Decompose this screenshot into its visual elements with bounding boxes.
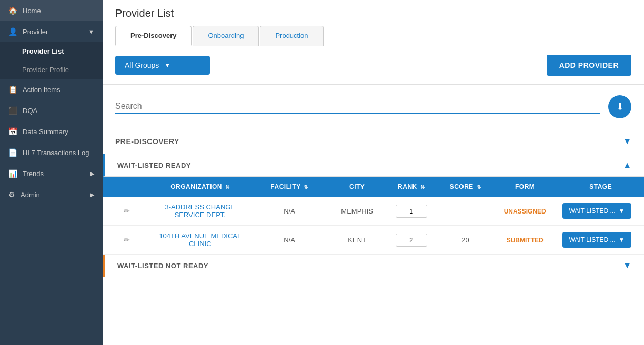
stage-caret-icon: ▼	[619, 207, 625, 215]
sidebar-item-label: Home	[23, 7, 41, 15]
wait-listed-ready-chevron-icon: ▲	[623, 160, 631, 170]
sidebar-item-label: Action Items	[23, 86, 61, 94]
table-header-row: ORGANIZATION ⇅ FACILITY ⇅ CITY RANK ⇅	[103, 177, 644, 197]
facility-cell: N/A	[249, 197, 330, 226]
sidebar-item-home[interactable]: 🏠 Home	[0, 0, 103, 21]
clipboard-icon: 📋	[8, 85, 17, 94]
pencil-icon[interactable]: ✏	[124, 236, 130, 244]
form-cell: UNASSIGNED	[492, 197, 557, 226]
form-status: UNASSIGNED	[504, 208, 546, 215]
calendar-icon: 📅	[8, 127, 17, 136]
sort-score-icon: ⇅	[477, 184, 481, 190]
wait-listed-not-ready-title: WAIT-LISTED NOT READY	[117, 262, 208, 270]
stage-label: WAIT-LISTED ...	[569, 236, 615, 243]
th-city: CITY	[330, 177, 384, 197]
add-provider-button[interactable]: ADD PROVIDER	[547, 55, 631, 76]
sidebar-item-trends[interactable]: 📊 Trends ▶	[0, 163, 103, 184]
sidebar-item-label: Provider	[23, 28, 48, 36]
rank-cell	[384, 197, 438, 226]
stage-cell: WAIT-LISTED ... ▼	[557, 197, 644, 226]
rank-input[interactable]	[396, 205, 427, 218]
chevron-right-icon-admin: ▶	[90, 191, 94, 198]
sidebar-item-hl7[interactable]: 📄 HL7 Transactions Log	[0, 142, 103, 163]
sidebar-item-provider-list[interactable]: Provider List	[0, 42, 103, 60]
tab-pre-discovery[interactable]: Pre-Discovery	[115, 26, 192, 46]
download-button[interactable]: ⬇	[608, 95, 631, 118]
gear-icon: ⚙	[8, 190, 15, 199]
providers-table: ORGANIZATION ⇅ FACILITY ⇅ CITY RANK ⇅	[103, 177, 644, 255]
sidebar: 🏠 Home 👤 Provider ▼ Provider List Provid…	[0, 0, 103, 345]
sidebar-item-label: Trends	[23, 170, 44, 178]
main-content: Provider List Pre-Discovery Onboarding P…	[103, 0, 644, 345]
score-cell: 20	[438, 226, 492, 255]
th-rank[interactable]: RANK ⇅	[384, 177, 438, 197]
score-cell	[438, 197, 492, 226]
sidebar-provider-submenu: Provider List Provider Profile	[0, 42, 103, 79]
groups-dropdown[interactable]: All Groups ▼	[115, 56, 210, 75]
sort-org-icon: ⇅	[225, 184, 230, 190]
th-facility[interactable]: FACILITY ⇅	[249, 177, 330, 197]
stage-cell: WAIT-LISTED ... ▼	[557, 226, 644, 255]
th-stage: STAGE	[557, 177, 644, 197]
sort-facility-icon: ⇅	[304, 184, 308, 190]
page-title-bar: Provider List Pre-Discovery Onboarding P…	[103, 0, 644, 46]
stage-label: WAIT-LISTED ...	[569, 207, 615, 215]
city-cell: KENT	[330, 226, 384, 255]
th-icon	[103, 177, 152, 197]
sidebar-item-dqa[interactable]: ⬛ DQA	[0, 100, 103, 121]
sidebar-item-label: Admin	[21, 191, 40, 199]
content-area: All Groups ▼ ADD PROVIDER ⬇ PRE-DISCOVER…	[103, 46, 644, 345]
grid-icon: ⬛	[8, 106, 17, 115]
chevron-right-icon: ▶	[90, 170, 94, 177]
table-row: ✏ 104TH AVENUE MEDICAL CLINIC N/A KENT 2…	[103, 226, 644, 255]
chevron-down-icon: ▼	[88, 28, 94, 35]
table-row: ✏ 3-ADDRESS CHANGE SERVICE DEPT. N/A MEM…	[103, 197, 644, 226]
organization-cell[interactable]: 104TH AVENUE MEDICAL CLINIC	[152, 226, 249, 255]
stage-button[interactable]: WAIT-LISTED ... ▼	[562, 232, 631, 248]
sidebar-item-provider[interactable]: 👤 Provider ▼	[0, 21, 103, 42]
tab-production[interactable]: Production	[260, 26, 323, 46]
tab-onboarding[interactable]: Onboarding	[193, 26, 259, 46]
th-organization[interactable]: ORGANIZATION ⇅	[152, 177, 249, 197]
stage-caret-icon: ▼	[619, 236, 625, 243]
sidebar-item-label: DQA	[23, 107, 37, 115]
sort-rank-icon: ⇅	[420, 184, 425, 190]
edit-icon-cell: ✏	[103, 226, 152, 255]
wait-listed-not-ready-header[interactable]: WAIT-LISTED NOT READY ▼	[103, 255, 644, 277]
sidebar-item-data-summary[interactable]: 📅 Data Summary	[0, 121, 103, 142]
city-cell: MEMPHIS	[330, 197, 384, 226]
sidebar-item-action-items[interactable]: 📋 Action Items	[0, 79, 103, 100]
organization-cell[interactable]: 3-ADDRESS CHANGE SERVICE DEPT.	[152, 197, 249, 226]
download-icon: ⬇	[616, 101, 624, 113]
sidebar-item-admin[interactable]: ⚙ Admin ▶	[0, 184, 103, 205]
edit-icon-cell: ✏	[103, 197, 152, 226]
user-icon: 👤	[8, 27, 17, 36]
facility-cell: N/A	[249, 226, 330, 255]
page-title: Provider List	[115, 7, 631, 19]
home-icon: 🏠	[8, 6, 17, 15]
wait-listed-not-ready-chevron-icon: ▼	[623, 261, 631, 270]
sidebar-item-provider-profile[interactable]: Provider Profile	[0, 60, 103, 79]
pre-discovery-title: PRE-DISCOVERY	[115, 137, 179, 146]
sidebar-item-label: Data Summary	[23, 128, 68, 136]
rank-cell	[384, 226, 438, 255]
pre-discovery-section-header[interactable]: PRE-DISCOVERY ▼	[103, 129, 644, 154]
toolbar: All Groups ▼ ADD PROVIDER	[103, 46, 644, 85]
doc-icon: 📄	[8, 148, 17, 157]
rank-input[interactable]	[396, 234, 427, 247]
search-row: ⬇	[103, 85, 644, 129]
th-score[interactable]: SCORE ⇅	[438, 177, 492, 197]
pencil-icon[interactable]: ✏	[124, 207, 130, 215]
form-cell: SUBMITTED	[492, 226, 557, 255]
caret-icon: ▼	[164, 62, 170, 69]
wait-listed-ready-header[interactable]: WAIT-LISTED READY ▲	[103, 154, 644, 177]
search-input[interactable]	[115, 99, 600, 114]
pre-discovery-chevron-icon: ▼	[623, 137, 631, 146]
providers-table-container: ORGANIZATION ⇅ FACILITY ⇅ CITY RANK ⇅	[103, 177, 644, 255]
th-form: FORM	[492, 177, 557, 197]
chart-icon: 📊	[8, 169, 17, 178]
wait-listed-ready-title: WAIT-LISTED READY	[117, 161, 191, 169]
stage-button[interactable]: WAIT-LISTED ... ▼	[562, 203, 631, 219]
sidebar-item-label: HL7 Transactions Log	[23, 149, 89, 157]
form-status: SUBMITTED	[507, 237, 544, 244]
